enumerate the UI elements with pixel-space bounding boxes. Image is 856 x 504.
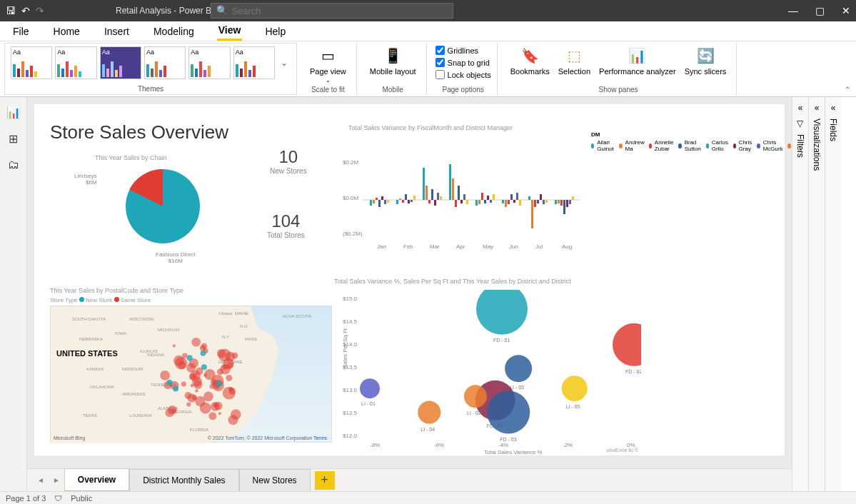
- redo-icon[interactable]: ↷: [36, 5, 44, 16]
- svg-rect-33: [460, 200, 463, 203]
- svg-text:MISSOURI: MISSOURI: [122, 367, 143, 371]
- svg-text:-2%: -2%: [563, 442, 573, 448]
- svg-rect-8: [378, 200, 381, 207]
- kpi-new-stores[interactable]: 10 New Stores: [270, 147, 307, 175]
- svg-rect-45: [502, 200, 504, 203]
- sensitivity-label: Public: [71, 494, 92, 503]
- theme-2[interactable]: Aa: [55, 46, 96, 79]
- prev-page-icon[interactable]: ◄: [33, 476, 49, 484]
- bookmarks-button[interactable]: 🔖Bookmarks: [506, 46, 554, 76]
- save-icon[interactable]: 🖫: [6, 5, 16, 16]
- svg-rect-58: [543, 200, 545, 204]
- fields-pane[interactable]: «Fields: [825, 97, 841, 491]
- page-view-button[interactable]: ▭Page view⌄: [306, 46, 351, 84]
- sensitivity-icon[interactable]: 🛡: [54, 494, 62, 503]
- themes-dropdown-icon[interactable]: ⌄: [278, 58, 291, 68]
- barchart-title: Total Sales Variance by FiscalMonth and …: [348, 124, 513, 131]
- mobile-icon: 📱: [383, 46, 403, 66]
- svg-point-103: [173, 344, 176, 347]
- svg-point-143: [232, 353, 238, 359]
- svg-rect-55: [534, 200, 536, 207]
- performance-button[interactable]: 📊Performance analyzer: [595, 46, 680, 76]
- page-indicator: Page 1 of 3: [6, 494, 46, 503]
- theme-5[interactable]: Aa: [188, 46, 230, 79]
- svg-text:Mar: Mar: [430, 243, 440, 250]
- themes-gallery[interactable]: Aa Aa Aa Aa Aa Aa ⌄: [11, 46, 291, 79]
- menu-view[interactable]: View: [217, 21, 243, 41]
- variance-barchart[interactable]: $0.2M$0.0M($0.2M)JanFebMarAprMayJunJulAu…: [341, 150, 584, 250]
- filters-pane[interactable]: «▽Filters: [792, 97, 808, 491]
- svg-rect-22: [426, 186, 428, 200]
- tab-overview[interactable]: Overview: [64, 468, 129, 492]
- svg-text:Ottawa: Ottawa: [218, 311, 233, 316]
- menu-help[interactable]: Help: [263, 23, 287, 40]
- theme-1[interactable]: Aa: [11, 46, 52, 79]
- tab-district[interactable]: District Monthly Sales: [129, 469, 238, 491]
- next-page-icon[interactable]: ►: [49, 476, 64, 484]
- svg-text:Feb: Feb: [403, 243, 413, 250]
- svg-text:-8%: -8%: [370, 442, 380, 448]
- selection-button[interactable]: ⬚Selection: [554, 46, 595, 76]
- scatter-chart[interactable]: $15.0$14.5$14.0$13.5$13.0$12.5$12.0-8%-6…: [341, 290, 641, 454]
- group-themes-label: Themes: [11, 85, 291, 93]
- model-view-icon[interactable]: 🗂: [8, 158, 19, 171]
- svg-rect-66: [569, 200, 571, 204]
- svg-rect-9: [381, 196, 383, 200]
- pie-chart[interactable]: Lindseys$6M Fashions Direct$16M: [106, 160, 220, 255]
- visualizations-pane[interactable]: «Visualizations: [808, 97, 825, 491]
- report-view-icon[interactable]: 📊: [6, 106, 21, 119]
- svg-text:$12.0: $12.0: [343, 433, 358, 439]
- svg-text:$15.0: $15.0: [343, 296, 358, 302]
- svg-text:Sales Per Sq Ft: Sales Per Sq Ft: [342, 328, 348, 368]
- report-canvas[interactable]: Store Sales Overview This Year Sales by …: [27, 97, 792, 491]
- search-input[interactable]: [211, 3, 453, 19]
- svg-text:FLORIDA: FLORIDA: [190, 428, 208, 432]
- svg-text:May: May: [483, 243, 493, 250]
- chevron-left-icon: «: [798, 103, 803, 113]
- maximize-icon[interactable]: ▢: [815, 5, 825, 16]
- data-view-icon[interactable]: ⊞: [9, 132, 18, 146]
- svg-text:MAINE: MAINE: [235, 311, 248, 316]
- menu-insert[interactable]: Insert: [103, 23, 131, 40]
- menu-home[interactable]: Home: [52, 23, 81, 40]
- undo-icon[interactable]: ↶: [21, 5, 30, 16]
- theme-4[interactable]: Aa: [144, 46, 186, 79]
- svg-rect-29: [449, 164, 451, 200]
- svg-rect-67: [572, 196, 574, 200]
- svg-rect-49: [513, 200, 515, 203]
- collapse-ribbon-icon[interactable]: ⌃: [845, 86, 850, 94]
- page-tabs: ◄ ► Overview District Monthly Sales New …: [27, 468, 792, 491]
- lock-checkbox[interactable]: Lock objects: [435, 70, 491, 79]
- theme-3[interactable]: Aa: [100, 46, 141, 79]
- svg-rect-51: [519, 200, 521, 206]
- close-icon[interactable]: ✕: [842, 5, 850, 16]
- svg-text:$14.5: $14.5: [343, 318, 358, 325]
- gridlines-checkbox[interactable]: Gridlines: [435, 46, 491, 55]
- theme-6[interactable]: Aa: [233, 46, 275, 79]
- snap-checkbox[interactable]: Snap to grid: [435, 58, 491, 67]
- svg-text:N.H: N.H: [240, 324, 247, 328]
- search-box[interactable]: 🔍: [211, 3, 453, 19]
- add-page-button[interactable]: +: [315, 471, 335, 490]
- svg-text:$12.5: $12.5: [343, 410, 358, 416]
- menu-file[interactable]: File: [11, 23, 31, 40]
- svg-rect-5: [370, 200, 372, 206]
- mobile-layout-button[interactable]: 📱Mobile layout: [366, 46, 421, 76]
- titlebar: 🖫 ↶ ↷ Retail Analysis - Power BI Desktop…: [0, 0, 856, 21]
- svg-text:FD - 01: FD - 01: [493, 338, 510, 343]
- svg-point-181: [360, 378, 380, 398]
- svg-text:$0.2M: $0.2M: [343, 159, 359, 166]
- menu-modeling[interactable]: Modeling: [152, 23, 196, 40]
- menubar: File Home Insert Modeling View Help: [0, 21, 856, 41]
- svg-point-146: [213, 403, 218, 407]
- svg-text:Jan: Jan: [377, 243, 386, 250]
- tab-newstores[interactable]: New Stores: [239, 469, 311, 491]
- svg-point-155: [201, 364, 207, 370]
- svg-point-129: [222, 365, 227, 370]
- map-visual[interactable]: SOUTH DAKOTAWISCONSINIOWANEBRASKAILLINOI…: [50, 306, 332, 443]
- svg-point-156: [173, 385, 178, 391]
- kpi-total-stores[interactable]: 104 Total Stores: [267, 211, 305, 239]
- sync-slicers-button[interactable]: 🔄Sync slicers: [680, 46, 731, 76]
- minimize-icon[interactable]: —: [788, 5, 798, 16]
- svg-point-158: [216, 381, 222, 387]
